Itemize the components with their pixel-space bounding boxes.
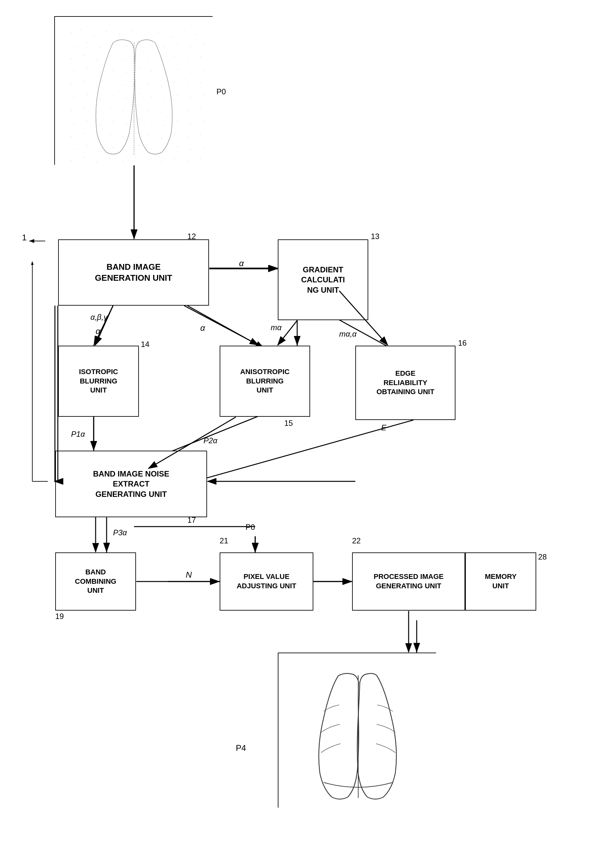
svg-point-128	[177, 146, 178, 147]
svg-point-117	[174, 133, 175, 134]
band-combining-unit: BAND COMBINING UNIT	[55, 553, 136, 611]
svg-point-126	[152, 148, 152, 149]
processed-image-generating-unit: PROCESSED IMAGE GENERATING UNIT	[352, 553, 465, 611]
alpha-label-1: α	[239, 258, 244, 268]
svg-point-33	[87, 42, 88, 43]
p0-mid-label: P0	[246, 523, 255, 532]
svg-point-45	[97, 60, 98, 61]
alpha-beta-gamma-label: α,β,γ	[91, 313, 107, 322]
svg-point-93	[148, 110, 149, 110]
svg-point-25	[119, 34, 120, 35]
svg-point-131	[71, 160, 72, 161]
n-label: N	[186, 570, 192, 580]
svg-point-53	[200, 57, 201, 58]
box17-label: 17	[187, 515, 196, 525]
svg-point-90	[110, 109, 110, 110]
svg-point-71	[148, 84, 149, 85]
svg-point-82	[152, 97, 152, 98]
svg-point-109	[71, 136, 72, 137]
svg-point-26	[132, 30, 133, 31]
svg-point-135	[122, 161, 123, 162]
svg-point-112	[110, 134, 110, 136]
band-image-generation-unit: BAND IMAGE GENERATION UNIT	[58, 239, 209, 305]
svg-point-84	[177, 95, 178, 95]
svg-point-49	[148, 58, 149, 59]
svg-point-62	[177, 69, 178, 70]
svg-point-69	[122, 85, 123, 86]
diagram: P0 1 BAND IMAGE GENERATION UNIT 12 GRADI…	[0, 0, 616, 849]
svg-point-127	[164, 150, 165, 152]
svg-point-47	[122, 59, 123, 60]
svg-point-123	[113, 147, 114, 148]
svg-point-83	[164, 99, 165, 100]
svg-point-24	[106, 31, 107, 32]
svg-point-36	[126, 46, 126, 47]
svg-point-39	[164, 47, 165, 48]
input-image-p0	[54, 16, 213, 165]
memory-unit: MEMORY UNIT	[465, 553, 536, 611]
box21-label: 21	[220, 536, 228, 545]
svg-point-99	[87, 120, 88, 121]
svg-point-76	[74, 97, 75, 98]
svg-marker-168	[31, 261, 34, 265]
svg-point-31	[197, 34, 198, 36]
svg-point-115	[148, 136, 149, 136]
svg-point-51	[174, 56, 175, 57]
svg-point-104	[152, 122, 152, 124]
svg-point-87	[71, 110, 72, 111]
svg-point-124	[126, 150, 126, 150]
p0-top-label: P0	[216, 87, 226, 96]
svg-point-65	[71, 84, 72, 85]
p1-alpha-label: P1α	[71, 430, 85, 439]
svg-point-102	[126, 124, 126, 125]
svg-point-60	[152, 71, 152, 72]
svg-point-72	[161, 86, 162, 87]
svg-point-96	[187, 110, 188, 112]
svg-point-91	[122, 111, 123, 112]
svg-line-5	[94, 305, 113, 346]
svg-point-111	[97, 138, 98, 139]
pixel-value-adjusting-unit: PIXEL VALUE ADJUSTING UNIT	[220, 553, 313, 611]
svg-point-136	[135, 156, 136, 157]
box12-label: 12	[187, 232, 196, 241]
svg-point-95	[174, 107, 175, 109]
p2-alpha-label: P2α	[204, 436, 217, 445]
svg-point-133	[97, 162, 98, 163]
svg-point-88	[84, 107, 85, 108]
svg-point-97	[200, 108, 201, 109]
svg-point-110	[84, 133, 85, 134]
output-image-p4	[278, 652, 436, 808]
svg-point-38	[152, 45, 152, 46]
box15-label: 15	[284, 419, 293, 428]
svg-point-44	[84, 55, 85, 56]
svg-point-118	[187, 136, 188, 137]
box22-label: 22	[352, 536, 361, 545]
svg-line-152	[184, 305, 259, 345]
svg-point-28	[158, 32, 159, 33]
svg-point-119	[200, 134, 201, 135]
svg-point-78	[100, 99, 101, 100]
svg-point-63	[190, 72, 191, 73]
svg-point-107	[190, 124, 191, 124]
svg-point-80	[126, 98, 126, 99]
svg-point-134	[110, 159, 110, 159]
svg-point-21	[71, 33, 72, 34]
svg-point-125	[138, 145, 140, 146]
svg-point-70	[135, 80, 136, 81]
svg-point-52	[187, 59, 188, 60]
svg-point-55	[87, 68, 88, 69]
gradient-calculating-unit: GRADIENT CALCULATI NG UNIT	[278, 239, 368, 320]
svg-point-74	[187, 85, 188, 86]
svg-point-132	[84, 157, 85, 158]
svg-point-116	[161, 138, 162, 139]
svg-point-129	[190, 149, 191, 150]
edge-reliability-unit: EDGE RELIABILITY OBTAINING UNIT	[355, 346, 455, 420]
svg-point-98	[74, 123, 75, 124]
svg-point-54	[74, 71, 75, 72]
svg-point-100	[100, 125, 101, 126]
svg-point-56	[100, 73, 101, 74]
svg-point-89	[97, 112, 98, 113]
box19-label: 19	[55, 612, 64, 621]
svg-point-138	[161, 162, 162, 163]
svg-point-30	[184, 31, 185, 32]
